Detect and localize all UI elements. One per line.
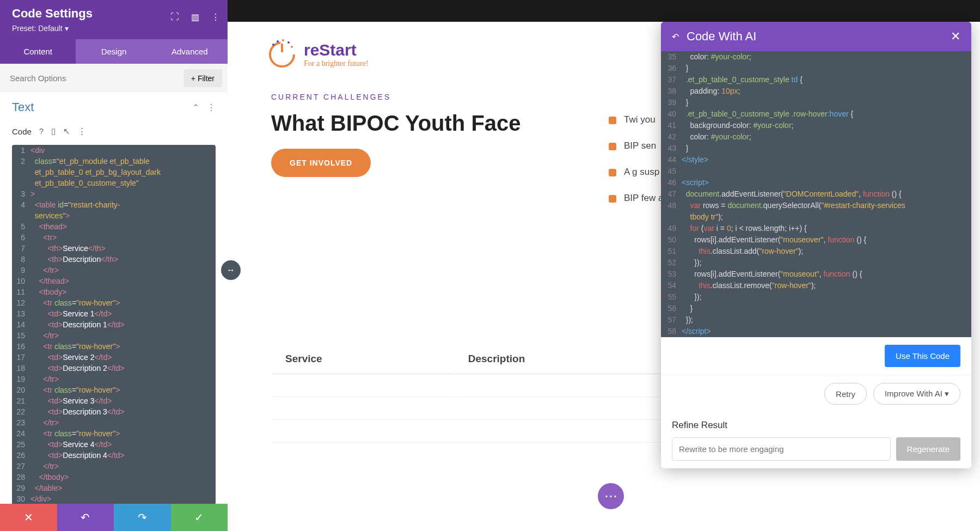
ai-header: ↶ Code With AI ✕ [661, 22, 971, 51]
table-row [272, 398, 695, 420]
panel-icon[interactable]: ▥ [191, 12, 199, 22]
section-title: Text [12, 100, 34, 114]
resize-handle[interactable]: ↔ [221, 260, 241, 280]
sidebar-header: Code Settings Preset: Default ▾ ⛶ ▥ ⋮ [0, 0, 228, 39]
chevron-up-icon[interactable]: ⌃ [192, 102, 199, 113]
svg-point-4 [282, 39, 284, 41]
redo-button[interactable]: ↷ [114, 504, 171, 531]
th-description: Description [455, 344, 695, 374]
settings-sidebar: Code Settings Preset: Default ▾ ⛶ ▥ ⋮ Co… [0, 0, 228, 531]
code-label: Code [12, 127, 32, 136]
code-field-row: Code ? ▯ ↖ ⋮ [0, 122, 228, 141]
cta-button[interactable]: GET INVOLVED [271, 149, 371, 177]
th-service: Service [272, 344, 454, 374]
logo-tagline: For a brighter future! [304, 59, 369, 68]
svg-point-2 [272, 44, 274, 46]
sidebar-tabs: Content Design Advanced [0, 39, 228, 64]
back-icon[interactable]: ↶ [672, 32, 679, 42]
search-row: + Filter [0, 64, 228, 93]
svg-point-3 [277, 40, 279, 42]
help-icon[interactable]: ? [39, 126, 44, 136]
svg-point-5 [287, 41, 290, 44]
fab-button[interactable]: ⋯ [598, 483, 624, 509]
section-more-icon[interactable]: ⋮ [207, 102, 216, 113]
bullet-dot [609, 169, 616, 176]
bullet-dot [609, 143, 616, 150]
undo-button[interactable]: ↶ [57, 504, 114, 531]
cursor-icon[interactable]: ↖ [63, 126, 70, 136]
save-button[interactable]: ✓ [171, 504, 228, 531]
preview-table: ServiceDescription [271, 343, 696, 444]
cancel-button[interactable]: ✕ [0, 504, 57, 531]
refine-label: Refine Result [672, 420, 960, 431]
expand-icon[interactable]: ⛶ [170, 12, 179, 22]
bullet-dot [609, 195, 616, 203]
improve-button[interactable]: Improve With AI ▾ [873, 383, 960, 405]
svg-point-6 [291, 46, 293, 48]
tab-design[interactable]: Design [76, 39, 151, 64]
ai-code-viewer[interactable]: 35 color: #your-color;36 }37 .et_pb_tabl… [661, 51, 971, 337]
tab-advanced[interactable]: Advanced [152, 39, 228, 64]
table-row [272, 421, 695, 443]
filter-button[interactable]: + Filter [183, 69, 222, 87]
site-logo[interactable]: reStart For a brighter future! [266, 38, 369, 71]
sidebar-footer: ✕ ↶ ↷ ✓ [0, 504, 228, 531]
mobile-icon[interactable]: ▯ [51, 126, 56, 136]
refine-section: Refine Result Regenerate [661, 412, 971, 468]
logo-text: reStart [304, 41, 369, 59]
close-icon[interactable]: ✕ [951, 29, 960, 44]
refine-input[interactable] [672, 437, 891, 461]
tab-content[interactable]: Content [0, 39, 76, 64]
more-icon[interactable]: ⋮ [211, 12, 220, 22]
preset-dropdown[interactable]: Preset: Default ▾ [12, 24, 216, 33]
code-more-icon[interactable]: ⋮ [78, 126, 86, 136]
table-row [272, 375, 695, 397]
use-code-button[interactable]: Use This Code [885, 345, 960, 367]
text-section-header[interactable]: Text ⌃ ⋮ [0, 93, 228, 122]
retry-button[interactable]: Retry [824, 383, 867, 405]
ai-panel: ↶ Code With AI ✕ 35 color: #your-color;3… [661, 22, 971, 468]
regenerate-button[interactable]: Regenerate [896, 437, 960, 461]
logo-icon [266, 38, 298, 71]
code-editor[interactable]: 1<div2 class="et_pb_module et_pb_table e… [12, 145, 216, 527]
bullet-dot [609, 117, 616, 124]
ai-title: Code With AI [687, 29, 943, 44]
search-input[interactable] [5, 69, 179, 87]
